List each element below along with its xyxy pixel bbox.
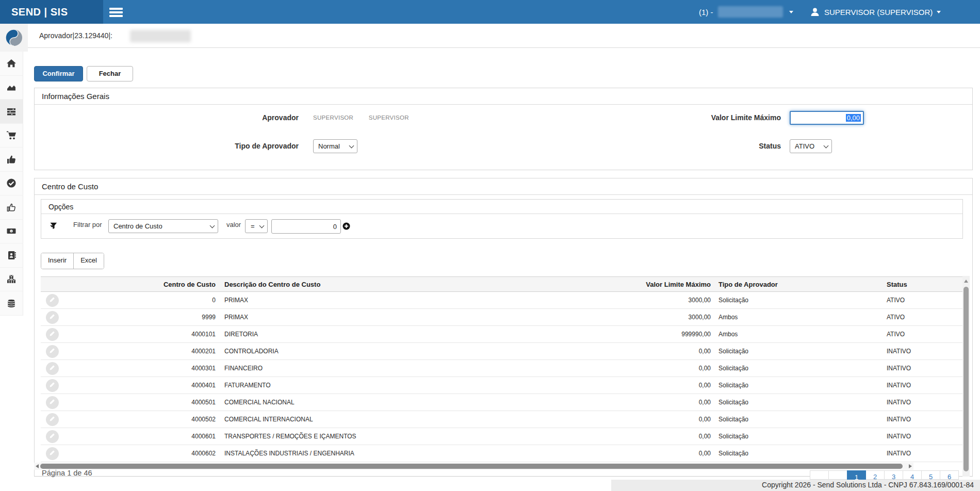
approver-name: SUPERVISOR [369,114,409,121]
cost-center-code: 4000502 [68,416,216,423]
edit-cell [41,447,68,460]
limit-column-header: Valor Limite Máximo [640,281,711,288]
filter-operator-select[interactable]: = [245,219,268,233]
pencil-icon [49,313,56,321]
edit-row-button[interactable] [46,430,59,443]
excel-button[interactable]: Excel [73,253,104,269]
cost-center-type: Solicitação [711,297,877,304]
sidebar-item-home[interactable] [0,52,23,76]
organization-prefix: (1) - [699,8,713,17]
cost-center-type: Solicitação [711,450,877,457]
money-icon: 1 [6,226,17,236]
close-button[interactable]: Fechar [87,66,133,81]
edit-row-button[interactable] [46,413,59,426]
app-brand[interactable]: SEND | SIS [11,0,68,24]
sidebar-item-thumbs-up[interactable] [0,148,23,172]
edit-row-button[interactable] [46,379,59,392]
edit-cell [41,430,68,443]
general-info-panel: Informações Gerais Aprovador SUPERVISOR … [34,88,973,170]
page-button[interactable]: 2 [865,470,885,480]
cost-center-status: INATIVO [877,365,963,372]
page-first-button[interactable] [810,470,829,480]
scroll-right-arrow-icon[interactable] [909,464,912,468]
organization-dropdown[interactable]: (1) - [699,6,793,18]
edit-row-button[interactable] [46,345,59,358]
chevron-down-icon [937,11,941,13]
sidebar-item-money[interactable]: 1 [0,220,23,244]
horizontal-scrollbar[interactable] [34,463,913,470]
page-button[interactable]: 3 [884,470,903,480]
cost-center-description: CONTROLADORIA [216,348,640,355]
cost-center-limit: 0,00 [640,399,711,406]
filter-field-value: Centro de Custo [113,222,162,230]
app-logo [0,24,28,52]
page-prev-button[interactable] [828,470,847,480]
approver-value: SUPERVISOR SUPERVISOR [313,111,409,125]
edit-cell [41,362,68,375]
pagination-info: Página 1 de 46 [42,469,92,477]
hamburger-menu-icon[interactable] [109,8,123,19]
table-header-row: Centro de Custo Descrição do Centro de C… [41,276,963,292]
page-button[interactable]: 5 [921,470,940,480]
limit-input[interactable]: 0,00 [790,111,864,125]
page-button[interactable]: 4 [903,470,922,480]
sidebar-item-thumbs-up-outline[interactable] [0,195,23,220]
tasks-icon [6,106,17,117]
sidebar-item-cubes[interactable] [0,268,23,292]
status-label: Status [628,139,781,153]
edit-cell [41,294,68,307]
sidebar-item-address-book[interactable] [0,243,23,268]
cost-center-limit: 3000,00 [640,297,711,304]
table-row: 4000501COMERCIAL NACIONAL0,00Solicitação… [41,394,963,411]
status-select[interactable]: ATIVO [790,139,832,153]
cost-center-limit: 0,00 [640,433,711,440]
horizontal-scrollbar-thumb[interactable] [40,464,903,469]
cubes-icon [6,274,17,284]
brand-block: SEND | SIS [0,0,103,24]
filter-value-input[interactable] [271,219,341,234]
page-button[interactable]: 6 [940,470,959,480]
check-circle-icon [6,178,17,188]
table-row: 4000201CONTROLADORIA0,00SolicitaçãoINATI… [41,343,963,360]
insert-button[interactable]: Inserir [41,253,73,269]
table-row: 4000601TRANSPORTES / REMOÇÕES E IÇAMENTO… [41,428,963,445]
edit-row-button[interactable] [46,362,59,375]
cost-center-type: Ambos [711,314,877,321]
table-row: 4000401FATURAMENTO0,00SolicitaçãoINATIVO [41,377,963,394]
filter-by-label: Filtrar por [73,218,102,232]
edit-row-button[interactable] [46,396,59,409]
options-title: Opções [41,200,962,214]
address-book-icon [6,250,17,260]
add-filter-icon[interactable] [342,222,350,232]
sidebar-item-area-chart[interactable] [0,76,23,100]
general-info-title: Informações Gerais [35,88,972,105]
footer: Copyright 2026 - Send Solutions Ltda - C… [611,480,980,491]
cost-center-code: 4000101 [68,331,216,338]
approver-login: SUPERVISOR [313,114,353,121]
confirm-button[interactable]: Confirmar [34,66,83,81]
approver-label: Aprovador [127,111,299,125]
edit-row-button[interactable] [46,294,59,307]
scroll-left-arrow-icon[interactable] [36,464,39,468]
filter-field-select[interactable]: Centro de Custo [108,219,218,233]
scroll-up-arrow-icon[interactable] [964,280,968,283]
edit-row-button[interactable] [46,328,59,341]
user-menu[interactable]: SUPERVISOR (SUPERVISOR) [810,6,941,18]
table-row: 4000101DIRETORIA999990,00AmbosATIVO [41,326,963,343]
status-value: ATIVO [795,142,814,150]
filter-row: Filtrar por Centro de Custo valor = [41,215,962,239]
vertical-scrollbar[interactable] [962,276,970,477]
sidebar-item-tasks[interactable] [0,100,23,124]
sidebar-item-database[interactable] [0,291,23,316]
vertical-scrollbar-thumb[interactable] [963,287,969,471]
edit-row-button[interactable] [46,311,59,324]
sidebar-item-check-circle[interactable] [0,172,23,196]
thumbs-up-outline-icon [6,202,17,212]
sidebar-item-shopping-cart[interactable] [0,124,23,148]
breadcrumb-redacted [130,30,191,42]
limit-input-selected-text: 0,00 [846,114,861,122]
edit-row-button[interactable] [46,447,59,460]
approver-type-select[interactable]: Normal [313,139,357,153]
cost-center-type: Solicitação [711,433,877,440]
chevron-down-icon [789,11,793,13]
